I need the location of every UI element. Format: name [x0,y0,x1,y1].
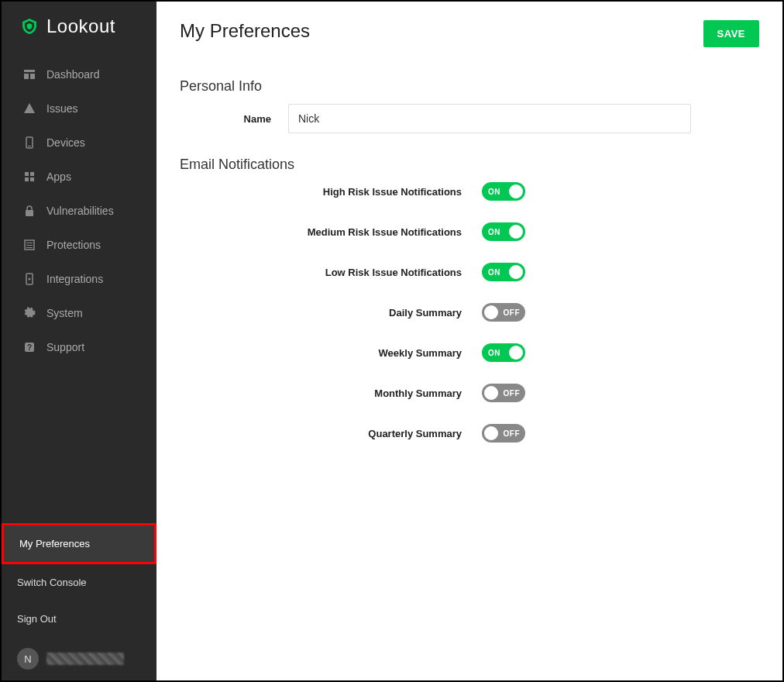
sidebar-item-vulnerabilities[interactable]: Vulnerabilities [2,194,156,228]
device-icon [23,136,36,149]
sidebar: Lookout Dashboard Issues Devices Apps Vu… [2,2,156,680]
toggle-knob [509,184,523,198]
user-name-redacted [46,653,124,665]
notification-label: Monthly Summary [180,388,482,399]
sidebar-item-label: Support [46,341,84,353]
notification-row: Monthly SummaryOFF [180,384,759,402]
name-label: Name [180,113,288,125]
notification-toggle[interactable]: OFF [482,384,525,402]
sidebar-item-issues[interactable]: Issues [2,91,156,126]
toggle-knob [509,346,523,360]
shield-icon [20,17,39,36]
brand-name: Lookout [46,16,115,37]
toggle-knob [484,426,498,440]
sidebar-item-support[interactable]: ? Support [2,330,156,364]
sidebar-item-label: Sign Out [17,613,57,625]
help-icon: ? [23,341,36,353]
toggle-state-text: ON [488,349,500,357]
toggle-knob [509,225,523,239]
svg-rect-0 [24,70,35,72]
sidebar-nav: Dashboard Issues Devices Apps Vulnerabil… [2,51,156,370]
sidebar-item-label: Protections [46,239,101,251]
toggle-state-text: OFF [504,429,521,438]
toggle-knob [484,305,498,319]
svg-rect-8 [30,177,34,181]
svg-rect-4 [28,146,31,146]
page-header: My Preferences SAVE [180,20,759,47]
sidebar-item-label: My Preferences [19,538,90,549]
svg-text:?: ? [27,343,32,352]
notification-label: Daily Summary [180,307,482,319]
email-notifications-section: Email Notifications High Risk Issue Noti… [180,157,759,443]
notification-row: High Risk Issue NotificationsON [180,182,759,201]
toggle-state-text: OFF [504,389,521,398]
sidebar-item-label: Dashboard [46,68,100,81]
svg-rect-5 [25,172,29,176]
toggle-state-text: ON [488,228,500,236]
section-title-personal-info: Personal Info [180,78,759,95]
toggle-state-text: ON [488,188,500,196]
notification-label: Weekly Summary [180,347,482,359]
sidebar-item-apps[interactable]: Apps [2,160,156,194]
sidebar-item-my-preferences[interactable]: My Preferences [2,523,156,564]
gear-icon [23,307,36,319]
sidebar-item-dashboard[interactable]: Dashboard [2,57,156,91]
notification-toggle[interactable]: OFF [482,303,525,322]
toggle-state-text: ON [488,268,500,277]
notification-toggle[interactable]: ON [482,263,525,281]
dashboard-icon [23,68,36,81]
sidebar-item-sign-out[interactable]: Sign Out [2,601,156,637]
sidebar-item-label: Integrations [46,273,103,285]
svg-rect-11 [26,243,33,243]
sidebar-item-label: Devices [46,136,85,149]
notification-row: Daily SummaryOFF [180,303,759,322]
notification-label: High Risk Issue Notifications [180,186,482,198]
notification-label: Quarterly Summary [180,428,482,439]
sidebar-user-row[interactable]: N [2,637,156,680]
warning-icon [23,102,36,115]
sidebar-item-switch-console[interactable]: Switch Console [2,564,156,601]
avatar: N [17,648,39,670]
name-row: Name [180,104,759,133]
page-title: My Preferences [180,20,310,42]
toggle-state-text: OFF [504,308,521,317]
plug-icon [23,273,36,285]
sidebar-item-integrations[interactable]: Integrations [2,262,156,296]
notification-label: Low Risk Issue Notifications [180,267,482,278]
svg-rect-2 [30,74,35,79]
notification-row: Weekly SummaryON [180,343,759,362]
svg-point-15 [29,278,31,281]
section-title-email-notifications: Email Notifications [180,157,759,173]
apps-icon [23,170,36,183]
personal-info-section: Personal Info Name [180,78,759,133]
notification-toggle[interactable]: ON [482,343,525,362]
notification-row: Quarterly SummaryOFF [180,424,759,443]
svg-rect-9 [26,210,33,216]
sidebar-item-label: Apps [46,170,71,183]
sidebar-item-label: Issues [46,102,77,115]
sidebar-item-system[interactable]: System [2,296,156,330]
toggle-knob [484,386,498,400]
sidebar-item-protections[interactable]: Protections [2,228,156,262]
sidebar-bottom-nav: My Preferences Switch Console Sign Out N [2,523,156,680]
svg-rect-6 [30,172,34,176]
name-input[interactable] [288,104,691,133]
notification-row: Low Risk Issue NotificationsON [180,263,759,281]
notification-toggle[interactable]: OFF [482,424,525,443]
toggle-knob [509,265,523,279]
sidebar-item-label: Vulnerabilities [46,205,114,217]
sidebar-item-label: System [46,307,83,319]
notification-row: Medium Risk Issue NotificationsON [180,222,759,241]
sidebar-spacer [2,370,156,523]
list-icon [23,239,36,251]
notification-toggle[interactable]: ON [482,182,525,201]
svg-rect-7 [25,177,29,181]
save-button[interactable]: SAVE [703,20,759,47]
svg-rect-1 [24,74,29,79]
svg-rect-13 [26,247,33,248]
sidebar-item-label: Switch Console [17,577,87,588]
sidebar-item-devices[interactable]: Devices [2,126,156,160]
lock-icon [23,205,36,217]
notification-label: Medium Risk Issue Notifications [180,226,482,238]
notification-toggle[interactable]: ON [482,222,525,241]
